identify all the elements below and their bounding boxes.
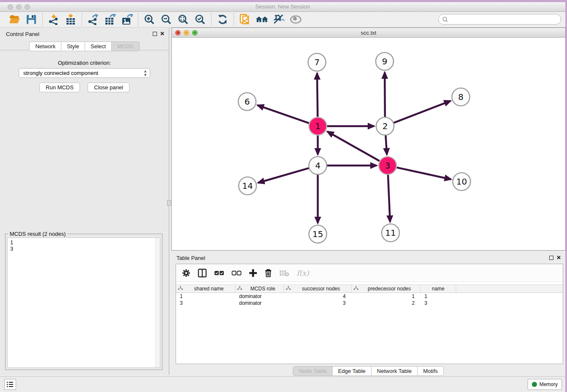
edge-1-7[interactable] [317,73,317,117]
control-panel: Control Panel ✕ NetworkStyleSelectMCDS O… [0,28,169,375]
export-image-icon[interactable] [121,13,133,26]
svg-text:10: 10 [456,177,467,187]
cell-MCDS-role[interactable]: dominator [235,293,284,300]
edge-2-9[interactable] [385,72,385,117]
graph-node-10[interactable]: 10 [453,173,471,190]
task-history-button[interactable] [4,379,16,390]
table-float-panel-icon[interactable] [549,256,553,260]
svg-text:1: 1 [315,121,321,131]
close-panel-button[interactable]: Close panel [88,83,129,92]
search-input[interactable] [450,17,557,22]
optimization-criterion-select[interactable]: strongly connected component ▲▼ [19,68,150,78]
graph-node-8[interactable]: 8 [452,88,470,106]
graph-node-11[interactable]: 11 [382,224,399,242]
cell-predecessor-nodes[interactable]: 1 [352,293,421,300]
close-panel-icon[interactable]: ✕ [160,30,165,37]
edge-2-8[interactable] [394,101,451,123]
zoom-in-icon[interactable] [143,13,156,26]
import-table-icon[interactable] [64,13,77,26]
graph-node-2[interactable]: 2 [376,117,394,135]
app-titlebar: Session: New Session [0,2,565,12]
column-header-predecessor-nodes[interactable]: predecessor nodes [352,285,421,293]
table-row[interactable]: 3dominator323 [176,300,563,306]
mcds-result-groupbox: MCDS result (2 nodes) 1 3 [5,234,162,370]
svg-text:9: 9 [382,56,388,66]
edge-4-14[interactable] [258,168,309,183]
deselect-all-columns-icon[interactable] [231,271,242,276]
table-panel: Table Panel ✕ [171,252,565,364]
graph-node-15[interactable]: 15 [309,225,327,243]
toggle-graphics-details-icon[interactable] [272,13,285,26]
export-table-icon[interactable] [104,13,116,26]
zoom-fit-icon[interactable] [177,13,190,26]
run-mcds-button[interactable]: Run MCDS [39,83,80,92]
zoom-selected-icon[interactable] [194,13,206,26]
open-file-icon[interactable] [8,13,21,26]
tab-mcds[interactable]: MCDS [112,41,139,51]
graph-node-6[interactable]: 6 [238,93,256,110]
mcds-result-list[interactable]: 1 3 [7,237,160,368]
graph-node-1[interactable]: 1 [309,117,327,135]
column-header-name[interactable]: name [421,285,456,293]
mcds-result-title: MCDS result (2 nodes) [8,231,67,237]
cell-shared-name[interactable]: 1 [176,293,235,300]
cell-successor-nodes[interactable]: 3 [284,300,352,306]
graph-node-9[interactable]: 9 [376,52,394,70]
shared-column-icon [286,286,291,292]
column-header-MCDS-role[interactable]: MCDS role [235,285,284,293]
cell-shared-name[interactable]: 3 [176,300,235,306]
graph-node-7[interactable]: 7 [308,53,326,71]
toggle-column-view-icon[interactable] [198,268,207,278]
show-hide-annotations-icon[interactable] [289,13,302,26]
network-canvas[interactable]: 7968124314101511 [172,38,565,250]
edge-1-6[interactable] [258,105,309,123]
column-header-shared-name[interactable]: shared name [176,285,235,293]
tab-node-table[interactable]: Node Table [293,366,333,376]
zoom-out-icon[interactable] [160,13,173,26]
edge-2-3[interactable] [385,135,387,155]
delete-column-icon[interactable] [264,268,272,277]
memory-button[interactable]: Memory [528,379,562,390]
status-bar: Memory [0,376,565,392]
cell-MCDS-role[interactable]: dominator [235,300,284,306]
column-header-successor-nodes[interactable]: successor nodes [284,285,352,293]
result-scrollbar[interactable] [155,238,160,367]
graph-node-4[interactable]: 4 [309,157,327,174]
search-field[interactable] [438,14,561,25]
tab-select[interactable]: Select [85,41,112,51]
cell-name[interactable]: 1 [421,293,456,300]
save-session-icon[interactable] [25,13,38,26]
graph-node-3[interactable]: 3 [379,157,396,174]
edge-3-1[interactable] [328,132,380,161]
cell-successor-nodes[interactable]: 4 [284,293,352,300]
edge-3-11[interactable] [388,175,390,222]
tab-network-table[interactable]: Network Table [372,366,418,376]
shared-column-icon [354,286,358,292]
list-icon [7,381,14,387]
mcds-tab-content: Optimization criterion: strongly connect… [0,50,169,375]
edge-3-10[interactable] [396,168,451,179]
refresh-view-icon[interactable] [216,13,229,26]
tab-style[interactable]: Style [61,41,85,51]
network-window-title: scc.txt [172,30,565,36]
memory-label: Memory [539,381,558,387]
float-panel-icon[interactable] [153,32,157,36]
function-builder-icon: f(x) [297,269,309,277]
table-row[interactable]: 1dominator411 [176,293,563,300]
graph-node-14[interactable]: 14 [239,177,256,195]
clone-network-icon[interactable] [239,13,251,26]
splitter-handle[interactable] [167,200,171,206]
settings-gear-icon[interactable] [182,269,190,277]
import-network-icon[interactable] [47,13,60,26]
add-column-icon[interactable] [249,269,257,277]
cell-name[interactable]: 3 [421,300,456,306]
table-close-panel-icon[interactable]: ✕ [556,254,561,261]
export-network-icon[interactable] [87,13,99,26]
shared-column-icon [237,286,242,292]
cell-predecessor-nodes[interactable]: 2 [352,300,421,306]
reset-view-icon[interactable] [256,13,268,26]
select-all-columns-icon[interactable] [214,271,224,276]
tab-network[interactable]: Network [29,41,61,51]
tab-motifs[interactable]: Motifs [418,366,444,376]
tab-edge-table[interactable]: Edge Table [333,366,372,376]
